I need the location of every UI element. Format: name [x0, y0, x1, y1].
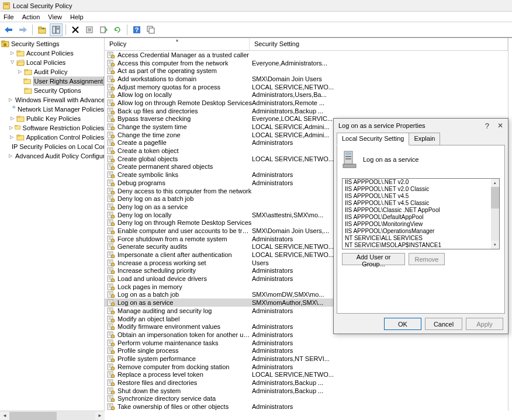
policy-row[interactable]: Profile single processAdministrators — [105, 346, 508, 355]
tree-item[interactable]: ▷Audit Policy — [0, 67, 104, 77]
listbox-item[interactable]: IIS APPPOOL\.NET v2.0 — [343, 179, 491, 186]
policy-row[interactable]: Perform volume maintenance tasksAdminist… — [105, 339, 508, 347]
scroll-left-button[interactable]: ◄ — [0, 412, 9, 420]
policy-row[interactable]: Allow log on through Remote Desktop Serv… — [105, 99, 508, 107]
remove-button[interactable]: Remove — [409, 253, 445, 265]
policy-row[interactable]: Access this computer from the networkEve… — [105, 59, 508, 67]
tree-item[interactable]: Security Options — [0, 86, 104, 95]
tree-expander-icon[interactable] — [16, 88, 23, 94]
policy-row[interactable]: Allow log on locallyAdministrators,Users… — [105, 91, 508, 99]
tree-expander-icon[interactable]: ▷ — [9, 116, 15, 122]
column-policy[interactable]: Policy ▴ — [105, 38, 250, 50]
listbox-item[interactable]: NT SERVICE\MSOLAP$INSTANCE1 — [343, 242, 491, 249]
policy-row[interactable]: Remove computer from docking stationAdmi… — [105, 363, 508, 371]
tree-item[interactable]: ▷Advanced Audit Policy Configuration — [0, 151, 104, 161]
users-listbox[interactable]: IIS APPPOOL\.NET v2.0IIS APPPOOL\.NET v2… — [342, 178, 500, 249]
scroll-right-button[interactable]: ► — [95, 412, 105, 420]
tree-item[interactable]: ▷Application Control Policies — [0, 133, 104, 142]
delete-button[interactable] — [69, 23, 82, 36]
tree-expander-icon[interactable]: ▽ — [9, 60, 15, 66]
tree-root-item[interactable]: Security Settings — [0, 39, 104, 48]
dialog-close-button[interactable]: ✕ — [497, 122, 503, 130]
listbox-item[interactable]: IIS APPPOOL\MonitoringView — [343, 221, 491, 228]
properties-button[interactable] — [83, 23, 96, 36]
listbox-item[interactable]: IIS APPPOOL\DefaultAppPool — [343, 214, 491, 221]
policy-item-icon — [107, 195, 115, 202]
tree-expander-icon[interactable]: ▷ — [9, 97, 12, 103]
listbox-item[interactable]: NT SERVICE\ALL SERVICES — [343, 235, 491, 242]
cancel-button[interactable]: Cancel — [425, 318, 462, 330]
tree-expander-icon[interactable]: ▷ — [16, 69, 23, 75]
back-button[interactable] — [2, 23, 15, 36]
tree-item[interactable]: ▷Account Policies — [0, 48, 104, 58]
menu-action[interactable]: Action — [22, 13, 40, 20]
listbox-item[interactable]: IIS APPPOOL\.NET v2.0 Classic — [343, 186, 491, 193]
tree-item-label: Application Control Policies — [26, 133, 104, 142]
menu-view[interactable]: View — [48, 13, 62, 20]
policy-row[interactable]: Restore files and directoriesAdministrat… — [105, 379, 508, 387]
tree-item[interactable]: IP Security Policies on Local Compute — [0, 142, 104, 151]
listbox-item[interactable]: IIS APPPOOL\.NET v4.5 — [343, 193, 491, 200]
tab-local-security-setting[interactable]: Local Security Setting — [337, 133, 409, 145]
menu-file[interactable]: File — [4, 13, 14, 20]
scroll-track[interactable] — [491, 187, 499, 241]
tree-item[interactable]: ▷Software Restriction Policies — [0, 123, 104, 133]
listbox-item[interactable]: IIS APPPOOL\OperationsManager — [343, 228, 491, 235]
scroll-thumb[interactable] — [491, 187, 499, 209]
scroll-up-button[interactable]: ▴ — [491, 179, 499, 187]
column-setting[interactable]: Security Setting — [250, 38, 508, 50]
ok-button[interactable]: OK — [384, 318, 421, 330]
tree-expander-icon[interactable] — [16, 78, 22, 85]
tree-item[interactable]: ▷Public Key Policies — [0, 114, 104, 123]
tab-explain[interactable]: Explain — [409, 133, 440, 145]
tree-pane[interactable]: Security Settings▷Account Policies▽Local… — [0, 38, 105, 411]
show-hide-button[interactable] — [50, 23, 63, 36]
listbox-item[interactable]: IIS APPPOOL\Classic .NET AppPool — [343, 207, 491, 214]
export-button[interactable] — [97, 23, 110, 36]
scroll-down-button[interactable]: ▾ — [491, 241, 499, 249]
policy-name: Change the system time — [117, 123, 252, 130]
policy-name: Force shutdown from a remote system — [117, 235, 252, 242]
apply-button[interactable]: Apply — [466, 318, 503, 330]
svg-rect-41 — [17, 135, 20, 136]
svg-point-70 — [111, 87, 115, 91]
dialog-help-button[interactable]: ? — [485, 122, 489, 130]
tree-item[interactable]: Network List Manager Policies — [0, 105, 104, 114]
policy-row[interactable]: Adjust memory quotas for a processLOCAL … — [105, 83, 508, 91]
policy-row[interactable]: Take ownership of files or other objects… — [105, 402, 508, 411]
window-list-button[interactable] — [144, 23, 157, 36]
listbox-scrollbar[interactable]: ▴ ▾ — [491, 179, 499, 249]
column-setting-label: Security Setting — [254, 40, 299, 47]
policy-row[interactable]: Add workstations to domainSMX\Domain Joi… — [105, 75, 508, 83]
tree-item[interactable]: ▽Local Policies — [0, 58, 104, 67]
listbox-item[interactable]: IIS APPPOOL\.NET v4.5 Classic — [343, 200, 491, 207]
tree-expander-icon[interactable]: ▷ — [9, 125, 13, 131]
tree-expander-icon[interactable] — [9, 106, 11, 113]
toolbar-separator — [65, 25, 66, 35]
refresh-button[interactable] — [111, 23, 124, 36]
up-button[interactable] — [36, 23, 49, 36]
policy-item-icon — [107, 139, 115, 146]
tree-horizontal-scrollbar[interactable]: ◄ ► — [0, 411, 105, 420]
tree-expander-icon[interactable]: ▷ — [9, 134, 15, 141]
add-user-or-group-button[interactable]: Add User or Group... — [342, 253, 405, 265]
help-button[interactable]: ? — [130, 23, 143, 36]
tree-expander-icon[interactable]: ▷ — [9, 50, 15, 57]
policy-row[interactable]: Replace a process level tokenLOCAL SERVI… — [105, 371, 508, 379]
policy-row[interactable]: Profile system performanceAdministrators… — [105, 355, 508, 363]
scroll-thumb[interactable] — [9, 412, 57, 420]
tree-item[interactable]: ▷Windows Firewall with Advanced Sec — [0, 95, 104, 105]
policy-row[interactable]: Shut down the systemAdministrators,Backu… — [105, 387, 508, 395]
tree-expander-icon[interactable]: ▷ — [9, 153, 12, 159]
menu-help[interactable]: Help — [70, 13, 84, 20]
policy-row[interactable]: Access Credential Manager as a trusted c… — [105, 51, 508, 59]
forward-button[interactable] — [16, 23, 29, 36]
policy-row[interactable]: Act as part of the operating system — [105, 67, 508, 75]
policy-row[interactable]: Synchronize directory service data — [105, 395, 508, 403]
tree-item[interactable]: User Rights Assignment — [0, 77, 104, 86]
svg-point-160 — [111, 231, 115, 234]
svg-point-100 — [111, 135, 115, 138]
scroll-track[interactable] — [9, 412, 95, 420]
policy-name: Replace a process level token — [117, 371, 252, 378]
policy-row[interactable]: Back up files and directoriesAdministrat… — [105, 107, 508, 115]
